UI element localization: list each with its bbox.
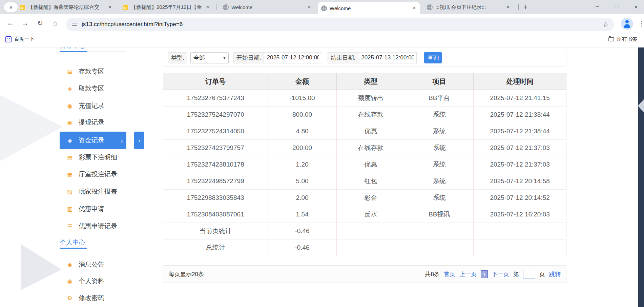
back-icon[interactable]: ← (5, 19, 16, 27)
pagination-bar: 每页显示20条 共8条 首页 上一页 1 下一页 第 页 跳转 (163, 265, 566, 283)
time-cell: 2025-07-12 21:37:03 (474, 140, 566, 156)
next-page-link[interactable]: 下一页 (492, 270, 509, 278)
background-triangle (0, 95, 63, 161)
end-date-label: 结束日期: (328, 52, 358, 63)
item-cell: BB视讯 (405, 206, 473, 223)
home-icon[interactable]: ⌂ (50, 19, 60, 27)
browser-window: ∨ 【新提醒】海燕策略论坛综合交 × 【新提醒】2025年7月12日【金 × W… (0, 0, 644, 307)
empty-cell (474, 223, 566, 239)
minimize-button[interactable]: – (592, 3, 602, 9)
tab-forum-2[interactable]: 【新提醒】2025年7月12日【金 × (119, 0, 213, 14)
item-cell: 系统 (405, 123, 473, 140)
empty-cell (474, 239, 566, 256)
site-settings-icon[interactable] (71, 21, 78, 27)
deposit-icon: ▤ (66, 68, 73, 75)
amount-cell: 1.54 (268, 206, 336, 223)
globe-favicon (223, 4, 229, 10)
reload-icon[interactable]: ↻ (35, 19, 45, 27)
tab-welcome-active[interactable]: Welcome × (318, 2, 420, 14)
page-jump-input[interactable] (523, 270, 535, 279)
jump-link[interactable]: 跳转 (549, 270, 561, 278)
order-cell: 1752327524297070 (163, 107, 268, 123)
sidebar-item-change-password[interactable]: ⚙ 修改密码 (60, 290, 126, 307)
end-date-input[interactable] (358, 52, 417, 63)
column-header: 项目 (405, 73, 473, 90)
tab-strip: ∨ 【新提醒】海燕策略论坛综合交 × 【新提醒】2025年7月12日【金 × W… (0, 0, 644, 14)
all-bookmarks-button[interactable]: 所有书签 (608, 36, 637, 42)
message-icon: ◆ (66, 261, 73, 268)
amount-cell: 4.80 (268, 123, 336, 140)
bookmark-baidu[interactable]: ∷ 百度一下 (5, 36, 35, 42)
type-select[interactable]: 全部 ▾ (190, 52, 229, 63)
bookmark-star-icon[interactable]: ☆ (603, 20, 609, 28)
tab-divider (518, 4, 519, 10)
heading-underline (60, 51, 87, 52)
order-cell: 1752308403087061 (163, 206, 268, 223)
summary-amount: -0.46 (268, 223, 336, 239)
right-edge-strip (638, 47, 644, 307)
start-date-input[interactable] (264, 52, 322, 63)
maximize-button[interactable]: □ (611, 3, 622, 9)
sidebar-item-messages[interactable]: ◆ 消息公告 (60, 256, 126, 273)
prev-page-link[interactable]: 上一页 (459, 270, 477, 278)
column-header: 订单号 (163, 73, 268, 90)
sidebar-section-personal: 个人中心 (60, 237, 126, 248)
profile-avatar[interactable] (621, 18, 633, 30)
sidebar-collapse-toggle[interactable]: › (134, 132, 144, 149)
sidebar-item-recharge-record[interactable]: ◉ 充值记录 (60, 97, 126, 114)
time-cell: 2025-07-12 16:20:03 (474, 206, 566, 223)
address-bar[interactable]: js13.cc/hhcp/usercenter.html?iniType=6 ☆ (66, 18, 614, 31)
sidebar-item-label: 存款专区 (79, 67, 104, 76)
search-button[interactable]: 查询 (424, 52, 442, 63)
type-cell: 额度转出 (336, 90, 405, 107)
first-page-link[interactable]: 首页 (444, 270, 455, 278)
order-cell: 1752327423799757 (163, 140, 268, 156)
time-cell: 2025-07-12 21:38:44 (474, 107, 566, 123)
item-cell: BB平台 (405, 90, 473, 107)
forward-icon[interactable]: → (20, 19, 30, 27)
sidebar-item-withdrawal-record[interactable]: ▣ 提现记录 (60, 114, 126, 131)
sidebar-item-funds-record[interactable]: ◈ 资金记录 › (60, 132, 126, 149)
amount-cell: 2.00 (268, 190, 336, 206)
sidebar-item-profile[interactable]: ◉ 个人资料 (60, 273, 126, 290)
window-close-button[interactable]: × (631, 3, 641, 11)
sidebar-item-label: 修改密码 (79, 294, 104, 303)
sidebar-item-promo-apply[interactable]: ▥ 优惠申请 (60, 200, 126, 217)
sidebar-item-hall-bet-record[interactable]: ▦ 厅室投注记录 (60, 166, 126, 183)
tab-title: Welcome (231, 4, 304, 10)
sidebar-item-promo-record[interactable]: ☰ 优惠申请记录 (60, 218, 126, 235)
order-cell: 1752327524314050 (163, 123, 268, 140)
tab-search-button[interactable]: ∨ (4, 2, 18, 12)
close-icon[interactable]: × (205, 4, 210, 11)
url-text[interactable]: js13.cc/hhcp/usercenter.html?iniType=6 (82, 21, 599, 28)
forum-favicon (123, 4, 128, 10)
close-icon[interactable]: × (307, 4, 312, 11)
summary-label: 当前页统计 (163, 223, 268, 239)
folder-icon (608, 37, 614, 41)
close-icon[interactable]: × (505, 4, 510, 11)
sidebar-item-player-bet-report[interactable]: ▨ 玩家投注报表 (60, 183, 126, 200)
sidebar-item-deposit[interactable]: ▤ 存款专区 (60, 63, 126, 80)
sidebar-item-lottery-detail[interactable]: ▤ 彩票下注明细 (60, 149, 126, 166)
sidebar-item-withdraw[interactable]: ◈ 取款专区 (60, 80, 126, 97)
amount-cell: 200.00 (268, 140, 336, 156)
tab-betting-records[interactable]: :::视讯 会员下注纪录::: × (423, 0, 514, 14)
sidebar-section-finance: 财务中心 (60, 47, 126, 52)
close-icon[interactable]: × (108, 4, 112, 11)
browser-menu-icon[interactable]: ⋮ (638, 20, 644, 27)
type-select-value: 全部 (193, 54, 205, 62)
chevron-down-icon: ∨ (9, 4, 13, 10)
funds-record-icon: ◈ (66, 137, 73, 144)
sidebar-item-label: 优惠申请记录 (79, 222, 117, 231)
tab-divider (117, 4, 117, 10)
sidebar-item-label: 彩票下注明细 (79, 153, 117, 162)
close-icon[interactable]: × (412, 5, 417, 12)
funds-record-table: 订单号 金额 类型 项目 处理时间 1752327675377243 -1015… (163, 73, 566, 256)
type-cell: 反水 (336, 206, 405, 223)
tab-forum-1[interactable]: 【新提醒】海燕策略论坛综合交 × (16, 0, 116, 14)
tab-welcome-1[interactable]: Welcome × (220, 0, 315, 14)
new-tab-button[interactable]: + (523, 3, 528, 12)
table-row: 1752308403087061 1.54 反水 BB视讯 2025-07-12… (163, 206, 566, 223)
empty-cell (405, 239, 473, 256)
per-page-text: 每页显示20条 (169, 270, 204, 278)
